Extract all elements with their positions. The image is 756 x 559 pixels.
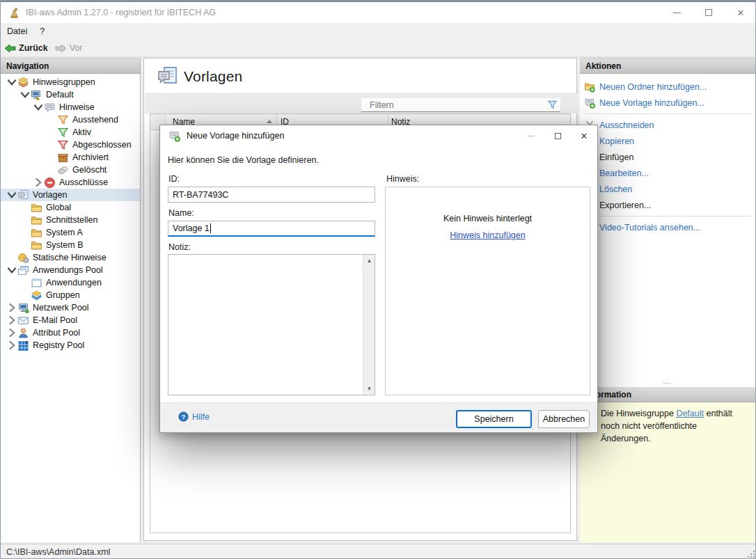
notiz-scrollbar[interactable]: ▲ ▼ [363,255,375,395]
tree-item-gel-scht[interactable]: Gelöscht [1,164,140,176]
tree-item-global[interactable]: Global [1,201,140,214]
hinweis-panel: Kein Hinweis hinterlegt Hinweis hinzufüg… [385,187,590,395]
dialog-title: Neue Vorlage hinzufügen [187,131,284,141]
dialog-maximize-button[interactable] [544,125,571,146]
tree-item-ausstehend[interactable]: Ausstehend [1,113,140,126]
chevron-right-icon[interactable] [6,327,17,338]
action-neuen-ordner-hinzufügen[interactable]: Neuen Ordner hinzufügen... [580,79,755,95]
name-label: Name: [168,208,194,218]
tree-item-ausschl-sse[interactable]: Ausschlüsse [1,176,140,189]
chevron-down-icon[interactable] [6,77,17,88]
tree-item-schnittstellen[interactable]: Schnittstellen [1,214,140,226]
id-input-field[interactable] [173,190,370,200]
tree-item-hinweisgruppen[interactable]: Hinweisgruppen [1,76,140,88]
tree-item-system-a[interactable]: System A [1,226,140,239]
tree-item-netzwerk-pool[interactable]: Netzwerk Pool [1,301,140,314]
close-button[interactable]: ✕ [725,2,756,23]
action-kopieren[interactable]: Kopieren [580,133,755,149]
action-video-tutorials-ansehen[interactable]: Video-Tutorials ansehen... [580,219,755,235]
scroll-down-icon[interactable]: ▼ [363,383,375,395]
tree-item-default[interactable]: Default [1,88,140,101]
action-ausschneiden[interactable]: Ausschneiden [580,117,755,133]
back-button[interactable]: Zurück [1,42,52,54]
tree-item-label: System B [46,240,84,250]
chevron-right-icon[interactable] [6,302,17,313]
dialog-close-button[interactable]: ✕ [571,125,597,146]
help-link[interactable]: ? Hilfe [178,411,210,422]
add-hinweis-link[interactable]: Hinweis hinzufügen [450,230,525,240]
funnel-red-icon [57,139,69,151]
cancel-button[interactable]: Abbrechen [538,410,590,428]
action-bearbeiten[interactable]: Bearbeiten... [580,165,755,181]
tree-item-label: Default [46,90,74,100]
tree-item-anwendungs-pool[interactable]: Anwendungs Pool [1,264,140,276]
statusbar: C:\IBI-aws\Admin\Data.xml [1,544,756,559]
information-header: Information [580,387,755,402]
tree-item-anwendungen[interactable]: Anwendungen [1,276,140,289]
folder-plus-icon [584,81,595,93]
panel-splitter-grip[interactable]: ⋯ [580,379,755,387]
forward-label: Vor [70,43,83,53]
default-group-link[interactable]: Default [676,409,704,418]
menubar: Datei ? [1,23,756,40]
action-einfügen: Einfügen [580,149,755,165]
speech-bubble-icon [44,102,56,113]
scroll-up-icon[interactable]: ▲ [363,255,375,267]
action-label: Exportieren... [599,200,651,210]
information-text-before: Die Hinweisgruppe [601,409,676,418]
email-icon [17,315,29,326]
chevron-down-icon[interactable] [19,89,31,100]
forward-button[interactable]: Vor [52,42,86,54]
action-neue-vorlage-hinzufügen[interactable]: Neue Vorlage hinzufügen... [580,95,755,111]
notiz-label: Notiz: [168,242,191,252]
action-label: Neuen Ordner hinzufügen... [599,82,707,92]
exclude-circle-icon [44,177,56,189]
action-label: Kopieren [599,136,634,146]
chevron-down-icon[interactable] [6,265,17,276]
id-input[interactable] [168,187,375,203]
filter-funnel-icon[interactable] [547,100,558,110]
tree-item-registry-pool[interactable]: Registry Pool [1,339,140,352]
chevron-right-icon[interactable] [6,340,17,351]
vorlagen-page-icon [157,65,179,88]
save-button[interactable]: Speichern [456,410,532,428]
chevron-right-icon[interactable] [33,177,44,188]
tree-item-archiviert[interactable]: Archiviert [1,151,140,164]
folder-icon [31,227,42,239]
tree-item-gruppen[interactable]: Gruppen [1,289,140,301]
chevron-down-icon[interactable] [6,189,17,200]
menu-help[interactable]: ? [33,24,51,38]
app-window: IBI-aws Admin 1.27.0 - registriert für I… [0,0,756,559]
tree-item-vorlagen[interactable]: Vorlagen [1,189,140,201]
dialog-minimize-button[interactable] [518,125,544,146]
tree-item-aktiv[interactable]: Aktiv [1,126,140,139]
back-label: Zurück [19,43,48,53]
name-input[interactable]: Vorlage 1 [168,221,375,237]
notiz-textarea[interactable]: ▲ ▼ [168,254,375,395]
actions-separator [584,216,751,216]
maximize-button[interactable] [693,2,725,23]
menu-datei[interactable]: Datei [1,24,33,38]
tree-item-label: Hinweise [59,102,95,112]
tree-item-statische-hinweise[interactable]: Statische Hinweise [1,251,140,264]
page-title: Vorlagen [184,68,243,85]
expander-spacer [19,277,31,288]
navigation-tree: HinweisgruppenDefaultHinweiseAusstehendA… [1,74,140,542]
chevron-down-icon[interactable] [33,102,44,113]
chevron-right-icon[interactable] [6,315,17,326]
svg-text:?: ? [182,414,186,420]
expander-spacer [19,290,31,301]
tree-item-attribut-pool[interactable]: Attribut Pool [1,326,140,339]
resize-grip[interactable] [746,549,755,558]
tree-item-system-b[interactable]: System B [1,239,140,251]
action-löschen[interactable]: Löschen [580,181,755,197]
tree-item-abgeschlossen[interactable]: Abgeschlossen [1,139,140,151]
tree-item-label: Gelöscht [72,165,107,175]
navigation-header: Navigation [1,58,140,74]
filter-input[interactable] [361,100,547,111]
tree-item-hinweise[interactable]: Hinweise [1,101,140,113]
minimize-button[interactable] [661,2,693,23]
action-label: Ausschneiden [599,120,654,130]
action-exportieren: Exportieren... [580,197,755,213]
tree-item-e-mail-pool[interactable]: E-Mail Pool [1,314,140,326]
